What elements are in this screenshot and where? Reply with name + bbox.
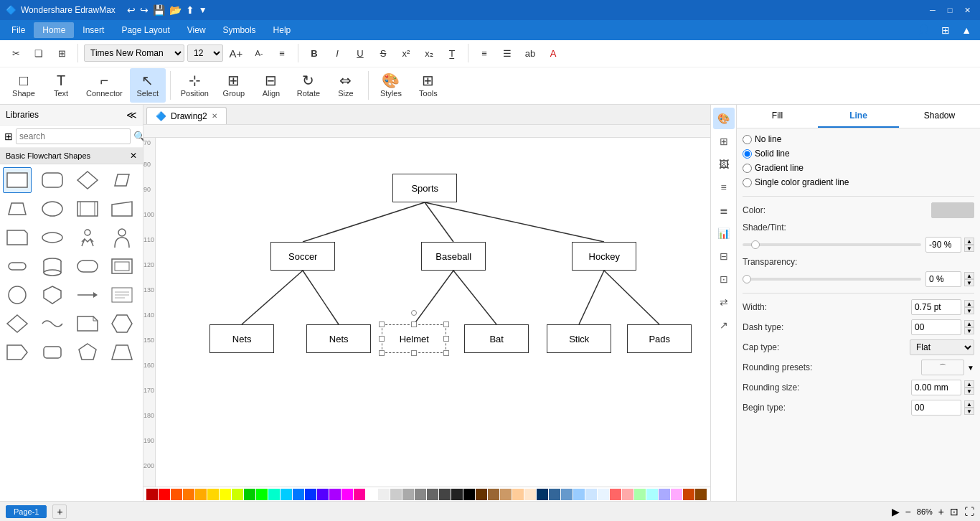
shade-up-btn[interactable]: ▲ xyxy=(964,238,974,245)
handle-tl[interactable] xyxy=(379,321,385,327)
tab-close-btn[interactable]: ✕ xyxy=(212,112,217,120)
handle-tr[interactable] xyxy=(443,321,449,327)
color-swatch[interactable] xyxy=(476,489,487,500)
save-btn[interactable]: 💾 xyxy=(153,4,165,16)
shape-pads[interactable]: Pads xyxy=(627,324,692,353)
color-swatch[interactable] xyxy=(659,489,670,500)
font-size-select[interactable]: 12 10 14 16 xyxy=(187,44,223,62)
shape-stick[interactable]: Stick xyxy=(547,324,611,353)
layout-strip-btn[interactable]: ⊡ xyxy=(713,268,735,290)
shape-person[interactable] xyxy=(73,225,102,250)
shape-rect-double[interactable] xyxy=(73,196,102,222)
color-swatch[interactable] xyxy=(256,489,268,500)
strikethrough-btn[interactable]: S xyxy=(373,43,393,63)
font-family-select[interactable]: Times New Roman Arial Calibri xyxy=(84,44,184,62)
shape-rounded3[interactable] xyxy=(38,339,67,365)
color-swatch[interactable] xyxy=(329,489,341,500)
solid-line-radio[interactable] xyxy=(743,149,752,159)
color-swatch[interactable] xyxy=(159,489,170,500)
color-swatch[interactable] xyxy=(366,489,377,500)
fullscreen-btn[interactable]: ⛶ xyxy=(964,506,974,517)
dash-type-input[interactable] xyxy=(911,319,961,335)
shape-btn[interactable]: □ Shape xyxy=(6,68,42,103)
image-strip-btn[interactable]: 🖼 xyxy=(713,154,735,175)
decrease-font-btn[interactable]: A- xyxy=(249,43,269,63)
text-btn[interactable]: T Text xyxy=(43,68,79,103)
menu-symbols[interactable]: Symbols xyxy=(215,22,265,38)
color-swatch[interactable] xyxy=(451,489,463,500)
shape-tag[interactable] xyxy=(3,339,32,365)
shape-frame[interactable] xyxy=(108,253,136,279)
dash-down-btn[interactable]: ▼ xyxy=(964,327,974,334)
shape-note[interactable] xyxy=(73,311,102,337)
page1-tab[interactable]: Page-1 xyxy=(6,505,47,518)
fit-page-btn[interactable]: ⊡ xyxy=(950,506,958,517)
styles-btn[interactable]: 🎨 Styles xyxy=(373,68,409,103)
color-swatch[interactable] xyxy=(683,489,694,500)
shape-trapezoid2[interactable] xyxy=(108,339,136,365)
shape-cylinder[interactable] xyxy=(38,253,67,279)
canvas-scroll[interactable]: 250 260 270 280 290 300 310 320 330 340 … xyxy=(143,125,710,487)
add-library-icon[interactable]: ⊞ xyxy=(4,131,13,142)
width-up-btn[interactable]: ▲ xyxy=(964,300,974,307)
copy-btn[interactable]: ❏ xyxy=(29,43,49,63)
transparency-down-btn[interactable]: ▼ xyxy=(964,279,974,286)
shape-diamond[interactable] xyxy=(73,167,102,193)
underline-btn[interactable]: U xyxy=(350,43,370,63)
search-input[interactable] xyxy=(16,128,131,144)
fill-line-strip-btn[interactable]: 🎨 xyxy=(713,108,735,129)
close-btn[interactable]: ✕ xyxy=(960,3,974,17)
color-swatch[interactable] xyxy=(524,489,536,500)
cap-type-select[interactable]: Flat Round Square xyxy=(910,339,974,355)
begin-type-input[interactable] xyxy=(911,400,961,416)
begin-type-down-btn[interactable]: ▼ xyxy=(964,408,974,415)
account-icon[interactable]: 👤 xyxy=(912,24,936,36)
redo-btn[interactable]: ↪ xyxy=(140,4,149,16)
undo-btn[interactable]: ↩ xyxy=(127,4,136,16)
color-swatch[interactable] xyxy=(488,489,499,500)
connector-btn[interactable]: ⌐ Connector xyxy=(80,68,128,103)
shape-nets1[interactable]: Nets xyxy=(209,324,274,353)
shape-rounded-rect[interactable] xyxy=(38,167,67,193)
color-swatch[interactable] xyxy=(561,489,573,500)
color-swatch[interactable] xyxy=(183,489,194,500)
color-swatch[interactable] xyxy=(585,489,597,500)
collapse-btn[interactable]: ▲ xyxy=(956,24,977,36)
shape-rect[interactable] xyxy=(3,167,32,193)
transparency-up-btn[interactable]: ▲ xyxy=(964,272,974,279)
color-swatch[interactable] xyxy=(610,489,621,500)
group-btn[interactable]: ⊞ Group xyxy=(216,68,252,103)
color-swatch[interactable] xyxy=(427,489,438,500)
table-strip-btn[interactable]: ⊟ xyxy=(713,245,735,267)
solid-line-option[interactable]: Solid line xyxy=(743,149,790,159)
rotate-btn[interactable]: ↻ Rotate xyxy=(291,68,326,103)
paste-btn[interactable]: ⊞ xyxy=(52,43,72,63)
color-picker[interactable] xyxy=(931,202,974,218)
menu-view[interactable]: View xyxy=(179,22,215,38)
menu-help[interactable]: Help xyxy=(265,22,300,38)
color-swatch[interactable] xyxy=(402,489,414,500)
shape-trapezoid[interactable] xyxy=(3,196,32,222)
gradient-line-radio[interactable] xyxy=(743,164,752,173)
handle-ml[interactable] xyxy=(379,336,385,342)
color-swatch[interactable] xyxy=(378,489,390,500)
grid-strip-btn[interactable]: ⊞ xyxy=(713,131,735,152)
tools-btn[interactable]: ⊞ Tools xyxy=(410,68,446,103)
position-btn[interactable]: ⊹ Position xyxy=(175,68,215,103)
shape-shield[interactable] xyxy=(38,282,67,308)
shape-pentagon[interactable] xyxy=(73,339,102,365)
add-page-btn[interactable]: + xyxy=(52,504,67,519)
color-swatch[interactable] xyxy=(512,489,524,500)
open-btn[interactable]: 📂 xyxy=(169,4,182,16)
more-btn[interactable]: ▼ xyxy=(199,5,207,15)
handle-bl[interactable] xyxy=(379,350,385,356)
width-down-btn[interactable]: ▼ xyxy=(964,307,974,314)
properties-strip-btn[interactable]: ≣ xyxy=(713,200,735,221)
list-btn[interactable]: ≡ xyxy=(474,43,494,63)
shape-person2[interactable] xyxy=(108,225,136,250)
color-swatch[interactable] xyxy=(537,489,548,500)
handle-tm[interactable] xyxy=(411,321,417,327)
rounding-presets-display[interactable]: ⌒ xyxy=(921,360,964,375)
color-swatch[interactable] xyxy=(293,489,304,500)
handle-bm[interactable] xyxy=(411,350,417,356)
